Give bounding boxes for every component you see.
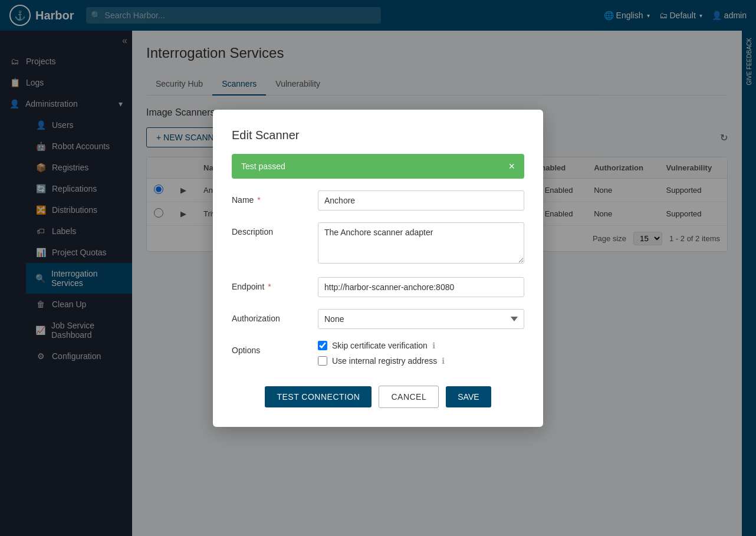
authorization-field-wrap: None Basic Bearer [318, 309, 524, 329]
modal-title: Edit Scanner [232, 129, 524, 142]
endpoint-required: * [268, 282, 271, 291]
name-required: * [257, 195, 260, 205]
form-row-description: Description The <span class="underline-r… [232, 222, 524, 265]
endpoint-label-text: Endpoint [232, 282, 264, 291]
options-field-wrap: Skip certificate verification ℹ Use inte… [318, 341, 524, 371]
options-label: Options [232, 341, 308, 355]
description-textarea[interactable]: The <span class="underline-red">Anchore<… [318, 222, 524, 264]
use-internal-info-icon[interactable]: ℹ [442, 356, 445, 366]
use-internal-row: Use internal registry address ℹ [318, 356, 524, 366]
name-label-text: Name [232, 195, 254, 205]
use-internal-checkbox[interactable] [318, 356, 327, 366]
form-row-endpoint: Endpoint * [232, 277, 524, 297]
use-internal-label: Use internal registry address [332, 356, 437, 366]
skip-cert-row: Skip certificate verification ℹ [318, 341, 524, 350]
description-field-wrap: The <span class="underline-red">Anchore<… [318, 222, 524, 265]
endpoint-label: Endpoint * [232, 277, 308, 291]
skip-cert-info-icon[interactable]: ℹ [432, 341, 435, 350]
alert-message: Test passed [241, 162, 285, 171]
test-connection-button[interactable]: TEST CONNECTION [265, 386, 372, 407]
form-row-options: Options Skip certificate verification ℹ … [232, 341, 524, 371]
success-alert: Test passed × [232, 154, 524, 179]
alert-close-button[interactable]: × [508, 161, 515, 172]
endpoint-input[interactable] [318, 277, 524, 297]
form-row-authorization: Authorization None Basic Bearer [232, 309, 524, 329]
edit-scanner-modal: Edit Scanner Test passed × Name * Descri… [213, 110, 543, 427]
name-input[interactable] [318, 190, 524, 211]
modal-footer: TEST CONNECTION CANCEL SAVE [232, 386, 524, 408]
form-row-name: Name * [232, 190, 524, 211]
modal-overlay: Edit Scanner Test passed × Name * Descri… [0, 0, 756, 536]
save-button[interactable]: SAVE [446, 386, 491, 407]
authorization-label: Authorization [232, 309, 308, 323]
authorization-select[interactable]: None Basic Bearer [318, 309, 524, 329]
description-label: Description [232, 222, 308, 236]
cancel-button[interactable]: CANCEL [379, 386, 439, 408]
skip-cert-label: Skip certificate verification [332, 341, 428, 350]
skip-cert-checkbox[interactable] [318, 341, 327, 350]
name-label: Name * [232, 190, 308, 205]
endpoint-field-wrap [318, 277, 524, 297]
name-field-wrap [318, 190, 524, 211]
